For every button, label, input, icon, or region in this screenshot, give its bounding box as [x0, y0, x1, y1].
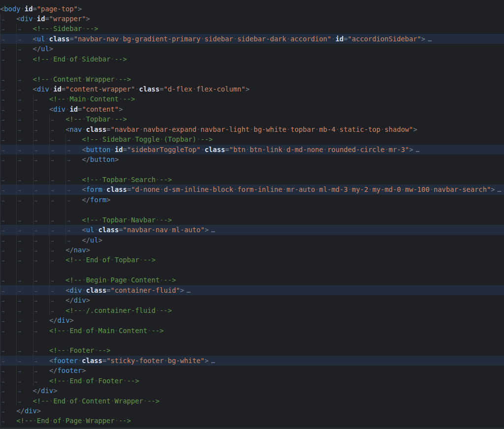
code-line[interactable]: →→→→→<!--·Topbar·Search·-->: [0, 175, 504, 184]
code-line[interactable]: →→→<!--·Main·Content·-->: [0, 94, 504, 104]
fold-marker[interactable]: …: [211, 226, 216, 234]
code-line-folded[interactable]: →→→→→<form·class="d-none·d-sm-inline-blo…: [0, 184, 504, 194]
indent-guide: →: [16, 326, 32, 336]
indent-guide: →: [16, 54, 32, 64]
code-line[interactable]: →→→→<!--·End·of·Topbar·-->: [0, 255, 504, 265]
code-line-folded[interactable]: →→→→<div·class="container-fluid">…: [0, 285, 504, 295]
code-token: id: [335, 35, 344, 43]
code-line-folded[interactable]: →→→→→<ul·class="navbar-nav·ml-auto">…: [0, 225, 504, 235]
indent-guide: [0, 205, 16, 214]
tab-arrow-icon: →: [65, 137, 70, 143]
code-line[interactable]: →<!--·End·of·Page·Wrapper·-->: [0, 416, 504, 426]
code-line[interactable]: [0, 336, 504, 345]
indent-guide: →: [33, 215, 49, 225]
code-token: ·: [200, 146, 204, 153]
tab-arrow-icon: →: [0, 187, 4, 193]
indent-guide: →: [0, 345, 16, 355]
fold-marker[interactable]: …: [498, 186, 502, 193]
indent-guide: →: [49, 225, 65, 235]
indent-guide: →: [16, 124, 32, 134]
code-line[interactable]: →→</ul>: [0, 44, 504, 54]
code-line[interactable]: →→→</div>: [0, 315, 504, 325]
fold-marker[interactable]: …: [211, 357, 216, 365]
indent-guide: →: [16, 225, 32, 235]
code-token: <: [82, 185, 86, 193]
code-line[interactable]: →→→→</nav>: [0, 245, 504, 255]
tab-arrow-icon: →: [0, 157, 4, 163]
code-editor[interactable]: <body·id="page-top">→<div·id="wrapper">→…: [0, 0, 504, 426]
code-line[interactable]: [0, 205, 504, 214]
space-dot-icon: ·: [94, 226, 98, 234]
indent-guide: →: [65, 145, 82, 154]
code-line[interactable]: →→<!--·Sidebar·-->: [0, 24, 504, 33]
code-line[interactable]: →→→→<!--·Topbar·-->: [0, 114, 504, 124]
code-token: ul: [90, 236, 98, 244]
tab-arrow-icon: →: [16, 318, 21, 324]
code-token: >: [421, 35, 425, 43]
indent-guide: →: [33, 175, 49, 184]
code-line[interactable]: <body·id="page-top">: [0, 4, 504, 14]
code-line[interactable]: →→→→→</ul>: [0, 235, 504, 245]
indent-guide: →: [16, 215, 32, 225]
code-line[interactable]: →→→</footer>: [0, 366, 504, 375]
code-token: ·: [78, 357, 82, 365]
code-token: id: [25, 5, 33, 13]
code-line-folded[interactable]: →→→→→<button·id="sidebarToggleTop"·class…: [0, 145, 504, 154]
indent-guide: →: [16, 386, 32, 396]
code-line[interactable]: →→→→→<!--·Sidebar·Toggle·(Topbar)·-->: [0, 134, 504, 144]
code-line[interactable]: →→→→<nav·class="navbar·navbar-expand·nav…: [0, 124, 504, 134]
tab-arrow-icon: →: [16, 288, 21, 294]
code-line[interactable]: →→→→→</form>: [0, 195, 504, 205]
code-line-folded[interactable]: →→<ul·class="navbar-nav·bg-gradient-prim…: [0, 34, 504, 44]
code-line[interactable]: [0, 165, 504, 175]
tab-arrow-icon: →: [0, 408, 4, 414]
space-dot-icon: ·: [131, 135, 135, 143]
space-dot-icon: ·: [65, 95, 69, 103]
indent-guide: →: [16, 396, 32, 406]
code-line[interactable]: [0, 64, 504, 74]
code-line[interactable]: [0, 265, 504, 275]
code-line-folded[interactable]: →→→<footer·class="sticky-footer·bg-white…: [0, 356, 504, 366]
code-token: >: [409, 146, 413, 153]
tab-arrow-icon: →: [33, 137, 37, 143]
code-token: "content": [82, 105, 119, 113]
fold-marker[interactable]: …: [187, 287, 191, 294]
code-token: <!--·End·of·Sidebar·-->: [33, 55, 127, 63]
indent-guide: [65, 205, 82, 214]
code-token: ·: [33, 15, 37, 23]
code-token: "wrapper": [49, 15, 86, 23]
code-line[interactable]: →→→→→<!--·Topbar·Navbar·-->: [0, 215, 504, 225]
indent-guide: →: [16, 235, 32, 245]
code-line[interactable]: →</div>: [0, 406, 504, 416]
tab-arrow-icon: →: [33, 358, 37, 364]
code-line[interactable]: →<div·id="wrapper">: [0, 14, 504, 24]
fold-marker[interactable]: …: [415, 146, 420, 153]
space-dot-icon: ·: [143, 397, 147, 405]
indent-guide: →: [16, 134, 32, 144]
space-dot-icon: ·: [49, 25, 53, 32]
tab-arrow-icon: →: [49, 177, 54, 183]
code-line[interactable]: →→→<div·id="content">: [0, 104, 504, 114]
code-token: </: [33, 387, 41, 395]
fold-marker[interactable]: …: [428, 35, 432, 43]
code-token: <: [49, 357, 53, 365]
tab-arrow-icon: →: [33, 177, 37, 183]
tab-arrow-icon: →: [16, 398, 21, 404]
code-line[interactable]: →→→→</div>: [0, 295, 504, 305]
code-line[interactable]: →→→<!--·End·of·Main·Content·-->: [0, 326, 504, 336]
code-line[interactable]: →→<!--·End·of·Content·Wrapper·-->: [0, 396, 504, 406]
code-line[interactable]: →→</div>: [0, 386, 504, 396]
code-line[interactable]: →→<!--·Content·Wrapper·-->: [0, 74, 504, 84]
code-line[interactable]: →→→<!--·Footer·-->: [0, 345, 504, 355]
indent-guide: →: [33, 345, 49, 355]
code-line[interactable]: →→<div·id="content-wrapper"·class="d-fle…: [0, 84, 504, 94]
code-line[interactable]: →→<!--·End·of·Sidebar·-->: [0, 54, 504, 64]
space-dot-icon: ·: [102, 185, 106, 193]
code-line[interactable]: →→→→<!--·/.container-fluid·-->: [0, 306, 504, 315]
indent-guide: →: [16, 84, 32, 94]
code-line[interactable]: →→→<!--·End·of·Footer·-->: [0, 376, 504, 386]
code-line[interactable]: →→→→→</button>: [0, 154, 504, 164]
code-token: =: [32, 5, 36, 13]
indent-guide: →: [0, 124, 16, 134]
code-line[interactable]: →→→→<!--·Begin·Page·Content·-->: [0, 275, 504, 285]
